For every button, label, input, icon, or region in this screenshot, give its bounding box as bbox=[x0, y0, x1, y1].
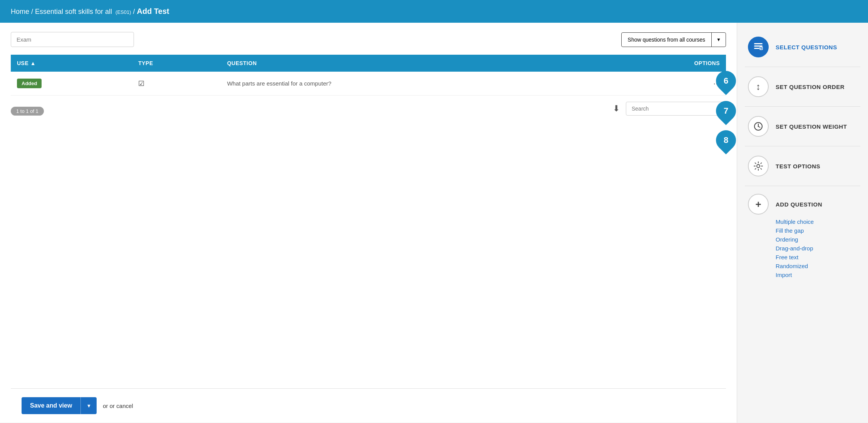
content-wrapper: Show questions from all courses ▼ USE ▲ … bbox=[11, 32, 726, 388]
save-view-label: Save and view bbox=[22, 397, 81, 414]
svg-point-8 bbox=[757, 164, 760, 168]
pagination-row: 1 to 1 of 1 ⬇ bbox=[11, 96, 726, 126]
save-and-view-button[interactable]: Save and view ▼ bbox=[22, 397, 97, 414]
teardrop-8: 8 bbox=[712, 126, 740, 154]
link-ordering[interactable]: Ordering bbox=[776, 236, 857, 243]
table-row: Added ☑ What parts are essential for a c… bbox=[11, 72, 726, 96]
col-options: OPTIONS bbox=[602, 55, 726, 72]
table-body: Added ☑ What parts are essential for a c… bbox=[11, 72, 726, 96]
checkbox-type-icon: ☑ bbox=[138, 80, 144, 87]
pagination-badge: 1 to 1 of 1 bbox=[11, 107, 44, 116]
table-wrapper: USE ▲ TYPE QUESTION OPTIONS Added bbox=[11, 55, 726, 388]
cancel-link[interactable]: or cancel bbox=[110, 403, 133, 409]
question-text: What parts are essential for a computer? bbox=[227, 80, 331, 87]
add-question-label: ADD QUESTION bbox=[776, 201, 822, 208]
link-import[interactable]: Import bbox=[776, 272, 857, 278]
add-question-links: Multiple choice Fill the gap Ordering Dr… bbox=[776, 218, 857, 278]
test-options-label: TEST OPTIONS bbox=[776, 163, 820, 170]
set-weight-icon bbox=[748, 116, 769, 137]
sidebar-item-select-questions[interactable]: SELECT QUESTIONS bbox=[745, 32, 860, 62]
sidebar-item-test-options[interactable]: TEST OPTIONS bbox=[745, 151, 860, 181]
select-questions-label: SELECT QUESTIONS bbox=[776, 44, 837, 50]
svg-rect-2 bbox=[754, 48, 759, 49]
svg-point-7 bbox=[758, 126, 759, 127]
content-area: Show questions from all courses ▼ USE ▲ … bbox=[0, 23, 737, 423]
add-question-section: + ADD QUESTION Multiple choice Fill the … bbox=[745, 191, 860, 281]
col-question: QUESTION bbox=[221, 55, 602, 72]
sidebar-item-set-question-weight[interactable]: SET QUESTION WEIGHT bbox=[745, 111, 860, 141]
added-badge: Added bbox=[17, 79, 42, 88]
table-header: USE ▲ TYPE QUESTION OPTIONS bbox=[11, 55, 726, 72]
use-cell: Added bbox=[11, 72, 132, 96]
search-input[interactable] bbox=[626, 102, 726, 116]
divider-1 bbox=[745, 67, 860, 67]
col-type: TYPE bbox=[132, 55, 221, 72]
footer-bar: Save and view ▼ or or cancel bbox=[11, 388, 726, 423]
or-cancel-text: or or cancel bbox=[103, 403, 133, 409]
set-weight-label: SET QUESTION WEIGHT bbox=[776, 123, 847, 130]
main-layout: Show questions from all courses ▼ USE ▲ … bbox=[0, 23, 868, 423]
search-area: ⬇ bbox=[613, 102, 726, 120]
show-questions-label: Show questions from all courses bbox=[622, 33, 712, 47]
link-multiple-choice[interactable]: Multiple choice bbox=[776, 218, 857, 225]
save-view-dropdown-icon[interactable]: ▼ bbox=[81, 398, 97, 414]
sidebar-item-set-question-order[interactable]: ↕ SET QUESTION ORDER bbox=[745, 72, 860, 102]
options-cell[interactable]: ··· bbox=[602, 72, 726, 96]
top-bar: Home / Essential soft skills for all (ES… bbox=[0, 0, 868, 23]
exam-input[interactable] bbox=[11, 32, 134, 47]
right-sidebar: SELECT QUESTIONS ↕ SET QUESTION ORDER SE… bbox=[737, 23, 868, 423]
set-order-icon: ↕ bbox=[748, 76, 769, 97]
breadcrumb: Home / Essential soft skills for all (ES… bbox=[11, 7, 169, 16]
set-order-label: SET QUESTION ORDER bbox=[776, 84, 845, 90]
divider-2 bbox=[745, 106, 860, 107]
type-cell: ☑ bbox=[132, 72, 221, 96]
add-question-icon[interactable]: + bbox=[748, 194, 769, 215]
svg-rect-0 bbox=[754, 43, 763, 44]
link-free-text[interactable]: Free text bbox=[776, 254, 857, 260]
divider-4 bbox=[745, 186, 860, 186]
show-questions-button[interactable]: Show questions from all courses ▼ bbox=[621, 32, 726, 47]
col-use: USE ▲ bbox=[11, 55, 132, 72]
divider-3 bbox=[745, 146, 860, 146]
test-options-icon bbox=[748, 156, 769, 176]
search-row: Show questions from all courses ▼ bbox=[11, 32, 726, 47]
question-table: USE ▲ TYPE QUESTION OPTIONS Added bbox=[11, 55, 726, 96]
show-questions-dropdown-icon[interactable]: ▼ bbox=[712, 33, 726, 46]
link-randomized[interactable]: Randomized bbox=[776, 263, 857, 269]
question-cell: What parts are essential for a computer? bbox=[221, 72, 602, 96]
svg-rect-1 bbox=[754, 45, 763, 47]
link-drag-and-drop[interactable]: Drag-and-drop bbox=[776, 245, 857, 252]
link-fill-the-gap[interactable]: Fill the gap bbox=[776, 227, 857, 234]
select-questions-icon bbox=[748, 37, 769, 57]
add-question-header: + ADD QUESTION bbox=[748, 194, 857, 215]
download-icon[interactable]: ⬇ bbox=[613, 104, 620, 114]
